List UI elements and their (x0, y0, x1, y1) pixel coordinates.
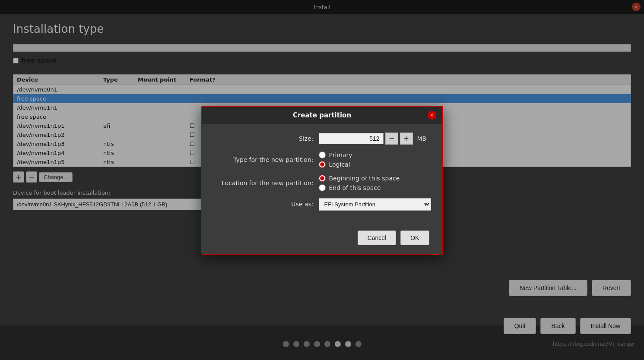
create-partition-dialog: Create partition × Size: − + MB Type for… (201, 106, 443, 255)
size-label: Size: (215, 135, 319, 142)
use-as-row: Use as: EFI System Partition Ext4 journa… (215, 198, 429, 211)
location-beginning-label: Beginning of this space (329, 175, 400, 182)
type-radio-group: Primary Logical (319, 152, 352, 168)
use-as-label: Use as: (215, 201, 319, 208)
decrease-size-button[interactable]: − (385, 133, 398, 145)
size-row: Size: − + MB (215, 133, 429, 145)
ok-button[interactable]: OK (400, 231, 429, 245)
location-row: Location for the new partition: Beginnin… (215, 175, 429, 191)
type-logical-label: Logical (329, 161, 350, 168)
size-input[interactable] (319, 133, 384, 144)
use-as-wrapper: EFI System Partition Ext4 journaling fil… (319, 198, 431, 211)
dialog-overlay: Create partition × Size: − + MB Type for… (0, 0, 644, 360)
type-row: Type for the new partition: Primary Logi… (215, 152, 429, 168)
type-logical-radio[interactable] (319, 161, 326, 168)
dialog-titlebar: Create partition × (202, 107, 442, 124)
use-as-select[interactable]: EFI System Partition Ext4 journaling fil… (319, 198, 431, 211)
type-primary-option[interactable]: Primary (319, 152, 352, 158)
location-end-radio[interactable] (319, 184, 326, 191)
dialog-footer: Cancel OK (202, 226, 442, 254)
type-primary-label: Primary (329, 152, 352, 158)
location-end-label: End of this space (329, 184, 381, 191)
dialog-body: Size: − + MB Type for the new partition:… (202, 124, 442, 226)
dialog-title: Create partition (217, 111, 428, 119)
type-logical-option[interactable]: Logical (319, 161, 352, 168)
cancel-button[interactable]: Cancel (358, 231, 397, 245)
location-end-option[interactable]: End of this space (319, 184, 400, 191)
location-beginning-radio[interactable] (319, 175, 326, 182)
type-primary-radio[interactable] (319, 152, 326, 158)
location-beginning-option[interactable]: Beginning of this space (319, 175, 400, 182)
increase-size-button[interactable]: + (400, 133, 413, 145)
dialog-close-button[interactable]: × (428, 111, 436, 120)
location-label: Location for the new partition: (215, 180, 319, 186)
size-input-group: − + MB (319, 133, 427, 145)
location-radio-group: Beginning of this space End of this spac… (319, 175, 400, 191)
size-unit: MB (417, 135, 427, 142)
type-label: Type for the new partition: (215, 156, 319, 163)
